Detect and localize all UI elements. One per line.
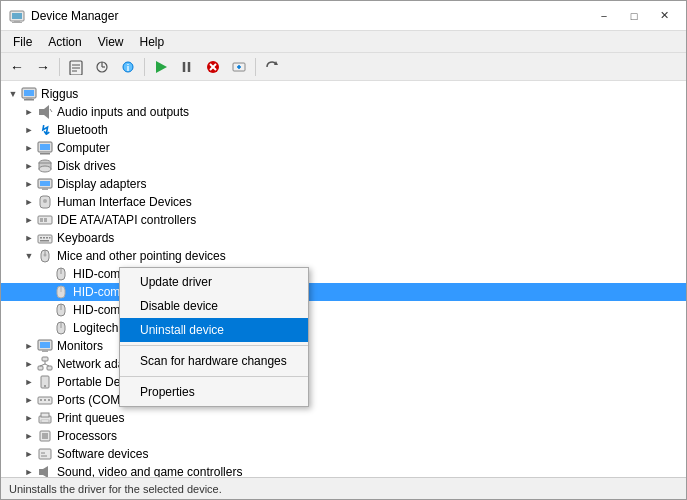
svg-text:i: i: [127, 63, 130, 73]
keyboard-icon: [37, 230, 53, 246]
tb-disable-button[interactable]: [175, 56, 199, 78]
maximize-button[interactable]: □: [620, 6, 648, 26]
tb-forward-button[interactable]: →: [31, 56, 55, 78]
menu-action[interactable]: Action: [40, 33, 89, 51]
tree-item-sound[interactable]: ► Sound, video and game controllers: [1, 463, 686, 477]
svg-rect-43: [40, 218, 43, 222]
svg-rect-86: [39, 469, 43, 475]
svg-point-73: [44, 385, 46, 387]
tree-item-bluetooth[interactable]: ► ↯ Bluetooth: [1, 121, 686, 139]
svg-rect-47: [43, 237, 45, 239]
tree-item-keyboards[interactable]: ► Keyboards: [1, 229, 686, 247]
expand-bluetooth-icon: ►: [21, 122, 37, 138]
svg-rect-44: [44, 218, 47, 222]
software-icon: [37, 446, 53, 462]
tree-item-print[interactable]: ► Print queues: [1, 409, 686, 427]
tb-refresh-button[interactable]: [260, 56, 284, 78]
computer-tree-icon: [37, 140, 53, 156]
svg-rect-26: [24, 99, 34, 101]
tb-enable-button[interactable]: [149, 56, 173, 78]
tree-item-processors[interactable]: ► Processors: [1, 427, 686, 445]
tree-item-hid-com2[interactable]: HID-com...: [1, 301, 686, 319]
svg-rect-63: [40, 342, 50, 348]
svg-rect-46: [40, 237, 42, 239]
hid-label: Human Interface Devices: [57, 195, 192, 209]
svg-rect-24: [24, 90, 34, 96]
svg-rect-27: [39, 109, 44, 115]
tb-uninstall-button[interactable]: [201, 56, 225, 78]
tb-back-button[interactable]: ←: [5, 56, 29, 78]
tree-item-disk[interactable]: ► Disk drives: [1, 157, 686, 175]
print-label: Print queues: [57, 411, 124, 425]
bluetooth-label: Bluetooth: [57, 123, 108, 137]
tb-properties-button[interactable]: [64, 56, 88, 78]
sound-icon: [37, 464, 53, 477]
tree-item-hid-com1[interactable]: HID-com...: [1, 283, 686, 301]
disk-icon: [37, 158, 53, 174]
ctx-scan-hardware[interactable]: Scan for hardware changes: [120, 349, 308, 373]
expand-ports-icon: ►: [21, 392, 37, 408]
ctx-divider-2: [120, 376, 308, 377]
tree-item-audio[interactable]: ► Audio inputs and outputs: [1, 103, 686, 121]
close-button[interactable]: ✕: [650, 6, 678, 26]
tree-item-software[interactable]: ► Software devices: [1, 445, 686, 463]
status-text: Uninstalls the driver for the selected d…: [9, 483, 222, 495]
tree-item-monitors[interactable]: ► Monitors: [1, 337, 686, 355]
svg-line-29: [50, 109, 52, 112]
mice-label: Mice and other pointing devices: [57, 249, 226, 263]
title-bar-icon: [9, 8, 25, 24]
tree-item-display[interactable]: ► Display adapters: [1, 175, 686, 193]
tree-panel[interactable]: ▼ Riggus ► Audio inputs and outputs ► ↯: [1, 81, 686, 477]
sound-label: Sound, video and game controllers: [57, 465, 242, 477]
menu-view[interactable]: View: [90, 33, 132, 51]
ctx-update-driver[interactable]: Update driver: [120, 270, 308, 294]
ctx-properties[interactable]: Properties: [120, 380, 308, 404]
menu-file[interactable]: File: [5, 33, 40, 51]
monitors-label: Monitors: [57, 339, 103, 353]
svg-marker-13: [156, 61, 167, 73]
svg-point-76: [44, 399, 46, 401]
ide-icon: [37, 212, 53, 228]
audio-label: Audio inputs and outputs: [57, 105, 189, 119]
expand-mice-icon: ▼: [21, 248, 37, 264]
svg-point-41: [43, 199, 47, 203]
processor-icon: [37, 428, 53, 444]
svg-rect-79: [41, 413, 49, 417]
ctx-divider-1: [120, 345, 308, 346]
tree-item-network[interactable]: ► Network ada...: [1, 355, 686, 373]
minimize-button[interactable]: −: [590, 6, 618, 26]
tree-root[interactable]: ▼ Riggus: [1, 85, 686, 103]
tree-item-mice[interactable]: ▼ Mice and other pointing devices: [1, 247, 686, 265]
hid-mouse-icon: [53, 266, 69, 282]
tb-scan-button[interactable]: [90, 56, 114, 78]
computer-icon: [21, 86, 37, 102]
menu-help[interactable]: Help: [132, 33, 173, 51]
ctx-disable-device[interactable]: Disable device: [120, 294, 308, 318]
svg-point-53: [44, 254, 47, 257]
tb-add-button[interactable]: [227, 56, 251, 78]
svg-rect-25: [26, 98, 32, 99]
ctx-uninstall-device[interactable]: Uninstall device: [120, 318, 308, 342]
tree-item-computer[interactable]: ► Computer: [1, 139, 686, 157]
expand-hid-icon: ►: [21, 194, 37, 210]
tree-item-ports[interactable]: ► Ports (COM &...: [1, 391, 686, 409]
software-label: Software devices: [57, 447, 148, 461]
tb-update-button[interactable]: i: [116, 56, 140, 78]
svg-marker-87: [43, 466, 48, 477]
title-bar: Device Manager − □ ✕: [1, 1, 686, 31]
svg-marker-28: [44, 105, 49, 119]
tree-item-portable[interactable]: ► Portable De...: [1, 373, 686, 391]
mice-icon: [37, 248, 53, 264]
tree-item-ide[interactable]: ► IDE ATA/ATAPI controllers: [1, 211, 686, 229]
svg-rect-3: [12, 22, 22, 23]
tree-item-logitech[interactable]: Logitech...: [1, 319, 686, 337]
print-icon: [37, 410, 53, 426]
hid-icon: [37, 194, 53, 210]
svg-rect-82: [42, 433, 48, 439]
tree-item-hid[interactable]: ► Human Interface Devices: [1, 193, 686, 211]
svg-rect-45: [38, 235, 52, 243]
svg-point-75: [40, 399, 42, 401]
tree-item-hid-mouse[interactable]: HID-compliant mouse: [1, 265, 686, 283]
svg-line-70: [45, 364, 49, 366]
expand-hid-mouse-icon: [37, 266, 53, 282]
